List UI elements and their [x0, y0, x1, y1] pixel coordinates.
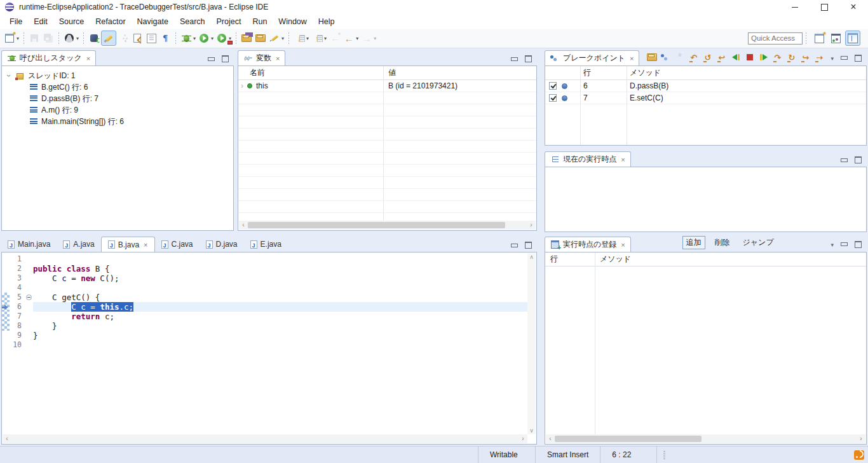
feed-icon[interactable]: [854, 450, 864, 460]
next-annotation-button[interactable]: ▾: [292, 31, 310, 45]
column-header-method[interactable]: メソッド: [627, 67, 661, 78]
maximize-view-button[interactable]: [855, 55, 862, 62]
menu-window[interactable]: Window: [273, 15, 312, 28]
editor-tab-d-java[interactable]: D.java: [200, 237, 244, 252]
thread-row[interactable]: ›スレッドID: 1: [2, 70, 233, 81]
dropdown-arrow-icon[interactable]: ▾: [76, 36, 79, 41]
collapse-icon[interactable]: [26, 294, 32, 300]
doc-arrow-button[interactable]: [130, 31, 144, 45]
stack-frame-row[interactable]: B.getC() 行: 6: [2, 81, 233, 93]
terminate-button[interactable]: [743, 52, 756, 63]
column-header-name[interactable]: 名前: [238, 67, 383, 78]
horizontal-scrollbar[interactable]: ‹ ›: [546, 434, 865, 443]
column-divider[interactable]: [383, 66, 384, 221]
dropdown-arrow-icon[interactable]: ▾: [17, 36, 19, 41]
last-edit-button[interactable]: [328, 31, 342, 45]
breakpoint-row[interactable]: 6D.passB(B): [545, 80, 866, 92]
menu-project[interactable]: Project: [211, 15, 247, 28]
registration-button[interactable]: 追加: [682, 236, 705, 249]
scrollbar-thumb[interactable]: [555, 436, 702, 442]
dropdown-arrow-icon[interactable]: ▾: [356, 36, 358, 41]
user-account-button[interactable]: ▾: [62, 31, 80, 45]
quick-access-input[interactable]: [748, 32, 803, 45]
bp-open-folder-button[interactable]: [646, 52, 658, 63]
stack-frame-row[interactable]: A.m() 行: 9: [2, 104, 233, 116]
save-button[interactable]: [27, 31, 41, 45]
java-perspective-button[interactable]: [829, 31, 843, 45]
breakpoint-checkbox[interactable]: [549, 82, 557, 90]
scrollbar-thumb[interactable]: [248, 222, 505, 228]
column-header-value[interactable]: 値: [383, 67, 396, 78]
pilcrow-button[interactable]: [158, 31, 172, 45]
scroll-left-icon[interactable]: ‹: [3, 434, 11, 443]
menu-refactor[interactable]: Refactor: [90, 15, 131, 28]
menu-file[interactable]: File: [4, 15, 28, 28]
current-point-tab[interactable]: 現在の実行時点 ×: [545, 151, 631, 167]
registration-tab[interactable]: 実行時点の登録 ×: [545, 237, 631, 252]
maximize-view-button[interactable]: [525, 242, 532, 249]
dropdown-arrow-icon[interactable]: ▾: [193, 36, 196, 41]
editor-tab-a-java[interactable]: A.java: [57, 237, 100, 252]
open-folder-button[interactable]: [254, 31, 268, 45]
highlighter-button[interactable]: [101, 31, 116, 46]
scroll-right-icon[interactable]: ›: [519, 434, 527, 443]
dropdown-arrow-icon[interactable]: ▾: [324, 36, 327, 41]
open-folder-purple-button[interactable]: [240, 31, 254, 45]
maximize-view-button[interactable]: [855, 156, 862, 163]
column-divider[interactable]: [580, 66, 581, 145]
spray-button[interactable]: [116, 31, 130, 45]
menu-search[interactable]: Search: [174, 15, 211, 28]
minimize-window-button[interactable]: [780, 0, 810, 14]
editor-tab-c-java[interactable]: C.java: [155, 237, 200, 252]
minimize-view-button[interactable]: [511, 244, 518, 247]
forward-button[interactable]: ▾: [360, 31, 377, 45]
editor-tab-e-java[interactable]: E.java: [244, 237, 288, 252]
bp-link-debug-button[interactable]: [660, 52, 672, 63]
breakpoint-checkbox[interactable]: [549, 94, 557, 102]
close-icon[interactable]: ×: [621, 156, 625, 163]
doc-frame-button[interactable]: [144, 31, 158, 45]
variables-tab[interactable]: 変数 ×: [238, 50, 285, 66]
status-grip[interactable]: [663, 451, 665, 459]
menu-help[interactable]: Help: [313, 15, 341, 28]
scroll-left-icon[interactable]: ‹: [546, 434, 555, 443]
editor-tab-main-java[interactable]: Main.java: [1, 237, 57, 252]
breakpoints-tab[interactable]: ブレークポイント ×: [545, 50, 639, 66]
call-stack-tab[interactable]: 呼び出しスタック ×: [1, 50, 96, 66]
scroll-left-icon[interactable]: ‹: [239, 221, 248, 230]
close-icon[interactable]: ×: [621, 241, 625, 249]
view-menu-icon[interactable]: [831, 240, 834, 249]
column-divider[interactable]: [627, 66, 627, 145]
registration-button[interactable]: ジャンプ: [740, 237, 777, 249]
column-header-line[interactable]: 行: [580, 67, 627, 78]
dropdown-arrow-icon[interactable]: ▾: [374, 36, 376, 41]
view-menu-icon[interactable]: [831, 53, 834, 62]
step-over-button[interactable]: [785, 52, 797, 63]
save-all-button[interactable]: [41, 31, 55, 45]
run-button[interactable]: ▾: [197, 31, 215, 45]
maximize-window-button[interactable]: [810, 0, 839, 14]
scroll-right-icon[interactable]: ›: [857, 434, 865, 443]
code-editor[interactable]: 12public class B {3 C c = new C();45 C g…: [2, 252, 528, 435]
column-header-method[interactable]: メソッド: [595, 254, 631, 265]
vertical-scrollbar[interactable]: ∧ ∨: [527, 253, 536, 434]
dropdown-arrow-icon[interactable]: ▾: [306, 36, 309, 41]
close-icon[interactable]: ×: [630, 55, 634, 62]
coverage-button[interactable]: ▾: [215, 31, 233, 45]
minimize-view-button[interactable]: [841, 56, 848, 60]
debug-perspective-button[interactable]: [845, 31, 860, 46]
editor-tab-b-java[interactable]: B.java×: [101, 237, 155, 252]
step-into-button[interactable]: [771, 52, 783, 63]
breakpoint-row[interactable]: 7E.setC(C): [545, 92, 866, 104]
resume-button[interactable]: [757, 52, 770, 63]
registration-button[interactable]: 削除: [712, 237, 733, 249]
dropdown-arrow-icon[interactable]: ▾: [281, 36, 284, 41]
prev-annotation-button[interactable]: ▾: [310, 31, 328, 45]
step-back-into-button[interactable]: [688, 52, 700, 63]
bp-skip-all-button[interactable]: [674, 52, 686, 63]
trace-tool-button[interactable]: [87, 31, 101, 45]
dropdown-arrow-icon[interactable]: ▾: [211, 36, 214, 41]
horizontal-scrollbar[interactable]: ‹ ›: [3, 434, 527, 443]
scroll-up-icon[interactable]: ∧: [529, 253, 534, 261]
step-return-button[interactable]: [799, 52, 811, 63]
